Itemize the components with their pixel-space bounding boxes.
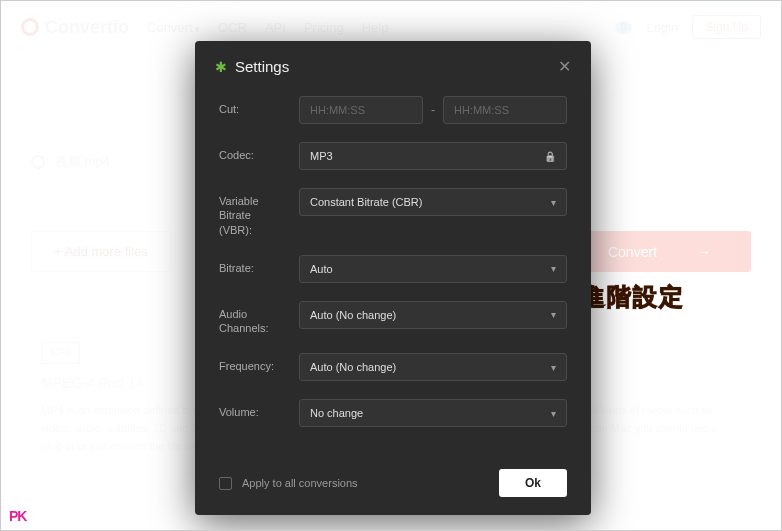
- label-cut: Cut:: [219, 96, 285, 116]
- signup-button[interactable]: Sign Up: [692, 15, 761, 39]
- file-status-icon: [31, 155, 45, 169]
- chevron-down-icon: ▾: [551, 263, 556, 274]
- modal-footer: Apply to all conversions Ok: [195, 459, 591, 515]
- label-frequency: Frequency:: [219, 353, 285, 373]
- vbr-value: Constant Bitrate (CBR): [310, 196, 422, 208]
- cut-range-dash: -: [431, 103, 435, 117]
- nav-help[interactable]: Help: [362, 20, 389, 35]
- volume-value: No change: [310, 407, 363, 419]
- apply-all-checkbox[interactable]: [219, 477, 232, 490]
- convert-button[interactable]: Convert: [568, 231, 751, 272]
- cut-to-input[interactable]: HH:MM:SS: [443, 96, 567, 124]
- ok-button[interactable]: Ok: [499, 469, 567, 497]
- label-bitrate: Bitrate:: [219, 255, 285, 275]
- bitrate-select[interactable]: Auto ▾: [299, 255, 567, 283]
- header-badge[interactable]: 0: [615, 21, 633, 34]
- volume-select[interactable]: No change ▾: [299, 399, 567, 427]
- chevron-down-icon: ▾: [551, 408, 556, 419]
- nav-pricing[interactable]: Pricing: [304, 20, 344, 35]
- modal-header: ✱ Settings ✕: [195, 41, 591, 96]
- cut-from-input[interactable]: HH:MM:SS: [299, 96, 423, 124]
- channels-select[interactable]: Auto (No change) ▾: [299, 301, 567, 329]
- channels-value: Auto (No change): [310, 309, 396, 321]
- nav-api[interactable]: API: [265, 20, 286, 35]
- chevron-down-icon: ▾: [551, 197, 556, 208]
- add-files-button[interactable]: Add more files: [31, 231, 171, 272]
- logo[interactable]: Convertio: [21, 17, 129, 38]
- label-volume: Volume:: [219, 399, 285, 419]
- nav-ocr[interactable]: OCR: [218, 20, 247, 35]
- codec-select[interactable]: MP3: [299, 142, 567, 170]
- settings-modal: ✱ Settings ✕ Cut: HH:MM:SS - HH:MM:SS Co…: [195, 41, 591, 515]
- annotation-advanced-settings: 進階設定: [581, 281, 685, 313]
- apply-all-label: Apply to all conversions: [242, 477, 358, 489]
- convert-label: Convert: [608, 244, 657, 260]
- nav-convert[interactable]: Convert: [147, 20, 200, 35]
- label-codec: Codec:: [219, 142, 285, 162]
- label-vbr: Variable Bitrate (VBR):: [219, 188, 285, 237]
- vbr-select[interactable]: Constant Bitrate (CBR) ▾: [299, 188, 567, 216]
- login-link[interactable]: Login: [646, 20, 678, 35]
- modal-title: Settings: [235, 58, 289, 75]
- close-icon[interactable]: ✕: [558, 57, 571, 76]
- frequency-value: Auto (No change): [310, 361, 396, 373]
- format-badge: MP4: [41, 342, 80, 364]
- gear-icon: ✱: [215, 59, 227, 75]
- chevron-down-icon: ▾: [551, 309, 556, 320]
- codec-value: MP3: [310, 150, 333, 162]
- label-channels: Audio Channels:: [219, 301, 285, 336]
- file-name: 视频.mp4: [55, 153, 110, 171]
- bitrate-value: Auto: [310, 263, 333, 275]
- modal-body: Cut: HH:MM:SS - HH:MM:SS Codec: MP3 Vari…: [195, 96, 591, 459]
- logo-text: Convertio: [45, 17, 129, 38]
- watermark: PK: [9, 508, 26, 524]
- frequency-select[interactable]: Auto (No change) ▾: [299, 353, 567, 381]
- logo-icon: [21, 18, 39, 36]
- chevron-down-icon: ▾: [551, 362, 556, 373]
